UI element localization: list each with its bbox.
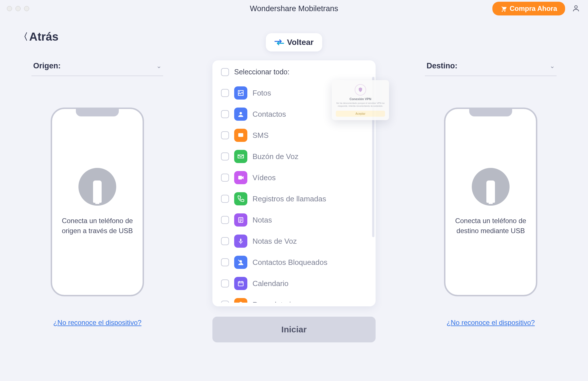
notes-icon (234, 213, 247, 227)
select-all-checkbox[interactable] (221, 68, 229, 76)
data-type-row-voice-notes: Notas de Voz (221, 231, 369, 252)
svg-point-5 (240, 135, 241, 135)
checkbox-videos[interactable] (221, 174, 229, 182)
checkbox-sms[interactable] (221, 131, 229, 139)
start-button[interactable]: Iniciar (212, 317, 376, 342)
checkbox-photos[interactable] (221, 89, 229, 97)
photos-icon (234, 86, 247, 100)
svg-point-2 (240, 112, 242, 114)
phone-notch (76, 109, 119, 116)
select-all-label: Seleccionar todo: (234, 68, 289, 76)
cart-icon (500, 5, 507, 12)
app-title: Wondershare Mobiletrans (250, 4, 338, 13)
destination-phone-placeholder: Conecta un teléfono de destino mediante … (444, 108, 537, 296)
checkbox-calendar[interactable] (221, 279, 229, 287)
account-button[interactable] (571, 3, 581, 14)
source-label: Origen: (33, 61, 61, 70)
data-type-label: Contactos (252, 110, 286, 119)
flip-button[interactable]: Voltear (266, 33, 322, 51)
data-type-label: Registros de llamadas (252, 195, 326, 203)
swap-icon (275, 39, 284, 45)
source-selector[interactable]: Origen: ⌄ (31, 59, 163, 76)
checkbox-contacts[interactable] (221, 110, 229, 118)
svg-rect-7 (238, 176, 242, 180)
back-button[interactable]: 〈 Atrás (19, 30, 58, 43)
data-type-label: Fotos (252, 89, 271, 98)
flip-label: Voltear (287, 38, 314, 47)
svg-point-4 (240, 135, 240, 135)
call-logs-icon (234, 192, 247, 205)
checkbox-reminders[interactable] (221, 301, 229, 303)
svg-rect-9 (240, 239, 241, 242)
checkbox-voice-notes[interactable] (221, 237, 229, 245)
data-type-label: Vídeos (252, 173, 276, 182)
data-type-row-reminders: Recordatorios (221, 294, 369, 303)
phone-notch (469, 109, 512, 116)
destination-hint: Conecta un teléfono de destino mediante … (454, 216, 527, 236)
data-type-label: SMS (252, 131, 269, 140)
data-type-row-calendar: Calendario (221, 273, 369, 294)
destination-label: Destino: (427, 61, 457, 70)
sms-icon (234, 129, 247, 142)
titlebar: Wondershare Mobiletrans Compra Ahora (0, 0, 588, 17)
data-type-row-videos: Vídeos (221, 167, 369, 188)
videos-icon (234, 171, 247, 184)
source-hint: Conecta un teléfono de origen a través d… (61, 216, 134, 236)
user-icon (572, 4, 580, 12)
source-not-recognized-link[interactable]: ¿No reconoce el dispositivo? (53, 319, 141, 327)
window-controls (7, 6, 29, 11)
checkbox-call-logs[interactable] (221, 195, 229, 203)
buy-now-label: Compra Ahora (510, 5, 557, 13)
data-type-label: Notas (252, 216, 272, 225)
main-content: Origen: ⌄ Conecta un teléfono de origen … (0, 43, 588, 342)
svg-point-1 (239, 91, 240, 92)
close-window-button[interactable] (7, 6, 12, 11)
maximize-window-button[interactable] (24, 6, 29, 11)
vpn-popup: Conexión VPN Se ha desconectado porque e… (332, 80, 389, 120)
data-type-row-blocked-contacts: Contactos Bloqueados (221, 252, 369, 273)
buy-now-button[interactable]: Compra Ahora (492, 2, 565, 15)
svg-point-0 (575, 5, 577, 8)
back-label: Atrás (29, 30, 58, 43)
vpn-popup-title: Conexión VPN (350, 97, 371, 101)
calendar-icon (234, 277, 247, 290)
app-window: Wondershare Mobiletrans Compra Ahora 〈 A… (0, 0, 588, 381)
voicemail-icon (234, 150, 247, 163)
source-column: Origen: ⌄ Conecta un teléfono de origen … (31, 59, 163, 342)
data-type-row-voicemail: Buzón de Voz (221, 146, 369, 167)
chevron-down-icon: ⌄ (550, 62, 555, 70)
voice-notes-icon (234, 235, 247, 248)
vpn-popup-desc: Se ha desconectado porque el servidor VP… (336, 102, 385, 108)
chevron-left-icon: 〈 (19, 31, 28, 43)
destination-column: Destino: ⌄ Conecta un teléfono de destin… (425, 59, 557, 342)
svg-point-6 (241, 135, 242, 135)
data-type-row-call-logs: Registros de llamadas (221, 188, 369, 209)
minimize-window-button[interactable] (15, 6, 21, 11)
data-type-label: Notas de Voz (252, 237, 297, 246)
contacts-icon (234, 108, 247, 121)
data-type-row-notes: Notas (221, 209, 369, 231)
select-all-row: Seleccionar todo: (221, 68, 369, 76)
checkbox-voicemail[interactable] (221, 152, 229, 160)
data-type-label: Contactos Bloqueados (252, 258, 327, 267)
destination-selector[interactable]: Destino: ⌄ (425, 59, 557, 76)
data-type-row-sms: SMS (221, 125, 369, 146)
usb-icon (472, 168, 510, 206)
blocked-contacts-icon (234, 256, 247, 269)
vpn-popup-accept-button[interactable]: Aceptar (336, 111, 385, 117)
chevron-down-icon: ⌄ (156, 62, 161, 70)
usb-icon (78, 168, 116, 206)
checkbox-blocked-contacts[interactable] (221, 258, 229, 266)
data-type-label: Calendario (252, 279, 289, 288)
svg-rect-11 (238, 282, 243, 286)
reminders-icon (234, 298, 247, 303)
data-type-label: Buzón de Voz (252, 152, 298, 161)
data-type-label: Recordatorios (252, 300, 299, 303)
vpn-popup-icon (355, 84, 366, 96)
checkbox-notes[interactable] (221, 216, 229, 224)
destination-not-recognized-link[interactable]: ¿No reconoce el dispositivo? (447, 319, 535, 327)
source-phone-placeholder: Conecta un teléfono de origen a través d… (51, 108, 144, 296)
